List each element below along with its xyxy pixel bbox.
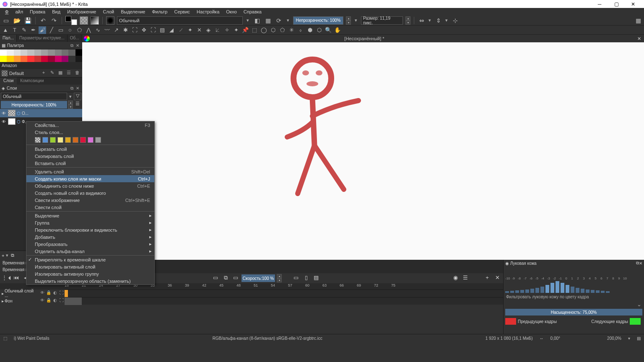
cm-add[interactable]: Добавить▸ [26, 233, 154, 240]
menu-help[interactable]: Справка [240, 8, 265, 15]
tl-speed-spinner[interactable]: ▴▾ [277, 274, 282, 282]
cm-color-labels[interactable] [26, 136, 154, 144]
menu-window[interactable]: Окно [223, 8, 240, 15]
bezier-tool-icon[interactable]: ∿ [94, 26, 101, 34]
measure-tool-icon[interactable]: ⟀ [214, 26, 221, 34]
cm-isolate-layer[interactable]: Изолировать активный слой [26, 263, 154, 270]
assistant-tool-icon[interactable]: ◈ [205, 26, 212, 34]
cm-selection[interactable]: Выделение▸ [26, 212, 154, 219]
palette-list-icon[interactable]: ☰ [65, 70, 72, 77]
palette-grid[interactable] [0, 49, 82, 62]
cm-duplicate[interactable]: Создать копию слоя или маскиCtrl+J [26, 175, 154, 182]
maximize-button[interactable]: ▢ [608, 0, 625, 8]
reference-tool-icon[interactable]: ✧ [223, 26, 231, 34]
palette-color[interactable] [41, 49, 48, 56]
menu-select[interactable]: Выделение [117, 8, 148, 15]
visibility-icon[interactable]: 👁 [1, 111, 7, 116]
contiguous-select-icon[interactable]: ✳ [288, 26, 295, 34]
status-zoom[interactable]: 200,0% [607, 336, 621, 341]
cm-layer-style[interactable]: Стиль слоя... [26, 129, 154, 136]
tab-tool-options[interactable]: Параметры инструме... [17, 35, 68, 42]
workspace-icon[interactable]: ▦ [634, 16, 642, 25]
palette-edit-icon[interactable]: ✎ [49, 70, 55, 77]
calligraphy-icon[interactable]: ✒ [29, 26, 37, 34]
color-label[interactable] [80, 137, 86, 143]
text-tool-icon[interactable]: T [11, 26, 18, 34]
cm-split-alpha[interactable]: Отделить альфа-канал▸ [26, 248, 154, 255]
color-wheel-icon[interactable] [84, 36, 90, 41]
menu-file[interactable]: Файл [2, 8, 26, 15]
palette-color[interactable] [41, 56, 48, 62]
cm-copy[interactable]: Скопировать слой [26, 153, 154, 160]
visibility-icon[interactable]: 👁 [1, 119, 7, 124]
color-label[interactable] [42, 137, 48, 143]
select-tool-icon[interactable]: ▲ [2, 26, 9, 34]
poly-select-icon[interactable]: ⬠ [278, 26, 286, 34]
status-angle-icon[interactable]: ↔ [540, 336, 544, 341]
layers-float-icon[interactable]: ⧉ [69, 86, 75, 91]
timeline-track-2[interactable]: ▸Фон 👁🔒◐⛶ [0, 297, 503, 305]
save-file-icon[interactable]: 💾 [23, 16, 32, 25]
menu-service[interactable]: Сервис [171, 8, 193, 15]
wrap-icon[interactable]: ⊹ [451, 16, 460, 25]
color-picker-icon[interactable]: ⟋ [177, 26, 184, 34]
status-zoom-widget-icon[interactable]: ▤ [637, 336, 641, 341]
opacity-spinner[interactable]: ▴▾ [346, 16, 351, 25]
color-label[interactable] [88, 137, 93, 143]
menu-layer[interactable]: Слой [99, 8, 117, 15]
fg-bg-color-selector[interactable] [65, 16, 77, 25]
opacity-slider[interactable]: Непрозрачность: 100% [293, 16, 343, 25]
tl-del-frame-icon[interactable]: ▭ [231, 274, 240, 282]
palette-color[interactable] [21, 49, 27, 56]
palette-color[interactable] [75, 49, 82, 56]
palette-color[interactable] [27, 56, 34, 62]
layer-menu-icon[interactable]: ☰ [74, 101, 81, 109]
open-file-icon[interactable]: 📂 [13, 16, 21, 25]
blend-mode-dropdown[interactable]: Обычный [117, 16, 243, 25]
bezier-select-icon[interactable]: ⬨ [297, 26, 304, 34]
edit-shape-icon[interactable]: ✎ [20, 26, 28, 34]
tab-overview[interactable]: Об... [68, 35, 82, 42]
new-file-icon[interactable]: ▭ [2, 16, 10, 25]
brush-tool-icon[interactable]: 🖌 [39, 26, 46, 34]
undo-icon[interactable]: ↶ [39, 16, 47, 25]
palette-color[interactable] [55, 49, 62, 56]
dynamic-brush-icon[interactable]: ↗ [112, 26, 120, 34]
reload-preset-icon[interactable]: ⟳ [275, 16, 283, 25]
color-label[interactable] [95, 137, 101, 143]
menu-settings[interactable]: Настройка [193, 8, 223, 15]
canvas[interactable] [82, 42, 644, 260]
menu-edit[interactable]: Правка [26, 8, 49, 15]
tl-goto-start-icon[interactable]: ⋮⏴ [2, 274, 10, 282]
pan-tool-icon[interactable]: ✋ [334, 26, 341, 34]
pattern-swatch[interactable] [80, 16, 88, 25]
polyline-tool-icon[interactable]: ⋀ [85, 26, 92, 34]
menu-image[interactable]: Изображение [64, 8, 99, 15]
layer-blend-dropdown[interactable]: Обычный [1, 93, 67, 100]
close-button[interactable]: ✕ [625, 0, 641, 8]
cm-flatten-layer[interactable]: Свести слой [26, 204, 154, 211]
smart-patch-icon[interactable]: ✕ [195, 26, 203, 34]
palette-color[interactable] [14, 49, 21, 56]
cm-group[interactable]: Группа▸ [26, 219, 154, 226]
gradient-tool-icon[interactable]: ◢ [168, 26, 175, 34]
color-label-none[interactable] [35, 137, 41, 143]
tl-zoom-in-icon[interactable]: + [483, 274, 491, 282]
palette-color[interactable] [7, 49, 13, 56]
onion-saturation-slider[interactable]: Насыщенность: 75,00% [505, 309, 642, 315]
close-document-icon[interactable]: ✕ [636, 36, 642, 41]
cm-properties[interactable]: Свойства...F3 [26, 122, 154, 129]
minimize-button[interactable]: ─ [591, 0, 608, 8]
palette-add-icon[interactable]: + [40, 70, 47, 77]
palette-color[interactable] [75, 56, 82, 62]
similar-select-icon[interactable]: ✦ [232, 26, 240, 34]
cm-flatten-image[interactable]: Свести изображениеCtrl+Shift+E [26, 197, 154, 204]
palette-color[interactable] [55, 56, 62, 62]
palette-color[interactable] [48, 49, 55, 56]
cm-paste[interactable]: Вставить слой [26, 160, 154, 167]
magnetic-select-icon[interactable]: ⬢ [306, 26, 314, 34]
brush-preset-icon[interactable] [106, 16, 114, 25]
cm-isolate-group[interactable]: Изолировать активную группу [26, 270, 154, 277]
canvas-viewport[interactable] [82, 42, 644, 260]
cm-new-from-visible[interactable]: Создать новый слой из видимого [26, 189, 154, 197]
